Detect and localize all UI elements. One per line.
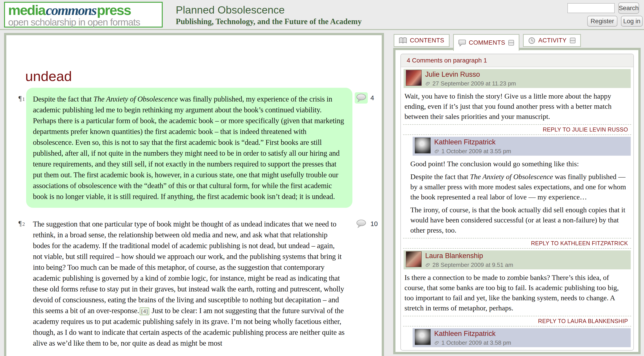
paragraph-1-comments-control[interactable]: 4	[355, 92, 374, 104]
comment-header: Laura Blankenship 28 September 2009 at 9…	[404, 250, 631, 269]
book-subtitle: Publishing, Technology, and the Future o…	[176, 17, 362, 26]
logo-wordmark: mediacommonspress	[8, 4, 159, 17]
comment-bubble-icon	[458, 39, 466, 47]
tab-label: COMMENTS	[469, 39, 506, 46]
link-icon	[434, 149, 440, 154]
avatar	[406, 70, 422, 86]
reply-link[interactable]: REPLY TO KATHLEEN FITZPATRICK	[531, 240, 628, 246]
paragraph-row-1: ¶1 Despite the fact that The Anxiety of …	[6, 88, 382, 208]
login-button[interactable]: Log in	[621, 16, 643, 27]
reply-link-row: REPLY TO LAURA BLANKENSHIP	[403, 316, 631, 326]
comment-header: Julie Levin Russo 27 September 2009 at 1…	[404, 69, 631, 88]
chapter-title: undead	[25, 68, 382, 84]
clock-icon	[528, 37, 536, 44]
paragraph-1-marker: ¶1	[18, 95, 25, 103]
link-icon	[434, 340, 440, 345]
comment-body: Wait, you have to finish the story! Give…	[401, 88, 634, 122]
comment-count[interactable]: 10	[370, 220, 378, 228]
comment: Laura Blankenship 28 September 2009 at 9…	[401, 250, 634, 326]
paragraph-row-2: ¶2 The suggestion that one particular ty…	[6, 213, 382, 348]
site-logo[interactable]: mediacommonspress open scholarship in op…	[4, 2, 163, 28]
comment-body: If only academic publishing really were …	[401, 347, 634, 350]
comment-author-link[interactable]: Julie Levin Russo	[425, 70, 516, 79]
search-input[interactable]	[568, 3, 615, 13]
comment-bubble-icon[interactable]	[355, 92, 368, 104]
paragraph-2-comments-control[interactable]: 10	[355, 218, 378, 229]
comment-body: Is there a connection to be made to zomb…	[401, 269, 634, 313]
comment-permalink[interactable]: 28 September 2009 at 9.51 am	[425, 261, 513, 268]
book-icon	[399, 37, 407, 44]
logo-word-press: press	[97, 2, 131, 18]
comment-permalink[interactable]: 1 October 2009 at 3.58 pm	[434, 339, 511, 346]
comment: Kathleen Fitzpatrick 1 October 2009 at 3…	[401, 328, 634, 350]
comment-body: Good point! The conclusion would go some…	[401, 156, 634, 235]
comment-permalink[interactable]: 27 September 2009 at 11.23 pm	[425, 80, 516, 87]
comments-count-header: 4 Comments on paragraph 1	[401, 54, 634, 67]
document-panel: undead ¶1 Despite the fact that The Anxi…	[4, 33, 384, 356]
avatar	[415, 138, 430, 153]
comments-panel: 4 Comments on paragraph 1 Julie Levin Ru…	[393, 48, 640, 354]
panel-toggle-icon[interactable]	[570, 38, 576, 44]
comment: Kathleen Fitzpatrick 1 October 2009 at 3…	[401, 137, 634, 249]
search-button[interactable]: Search	[618, 3, 639, 14]
site-header: mediacommonspress open scholarship in op…	[0, 0, 644, 30]
tab-label: CONTENTS	[410, 37, 444, 44]
avatar	[406, 251, 422, 267]
book-paragraph-2[interactable]: The suggestion that one particular type …	[26, 213, 352, 348]
book-paragraph-1[interactable]: Despite the fact that The Anxiety of Obs…	[26, 88, 352, 208]
reply-link[interactable]: REPLY TO JULIE LEVIN RUSSO	[543, 126, 628, 133]
register-button[interactable]: Register	[587, 16, 618, 27]
tab-activity[interactable]: ACTIVITY	[523, 34, 581, 47]
tab-comments[interactable]: COMMENTS	[453, 34, 520, 51]
page: mediacommonspress open scholarship in op…	[0, 0, 644, 356]
comment-bubble-icon[interactable]	[355, 218, 368, 229]
panel-toggle-icon[interactable]	[508, 40, 514, 46]
reply-link-row: REPLY TO KATHLEEN FITZPATRICK	[403, 238, 631, 249]
link-icon	[425, 81, 430, 86]
comment: Julie Levin Russo 27 September 2009 at 1…	[401, 69, 634, 135]
reply-link[interactable]: REPLY TO LAURA BLANKENSHIP	[538, 318, 628, 324]
tab-label: ACTIVITY	[538, 37, 567, 44]
comment-author-link[interactable]: Kathleen Fitzpatrick	[434, 138, 511, 146]
comment-header: Kathleen Fitzpatrick 1 October 2009 at 3…	[412, 137, 631, 156]
book-title: Planned Obsolescence	[176, 4, 284, 16]
footnote-ref[interactable]: [4]	[140, 307, 149, 315]
link-icon	[425, 262, 430, 268]
comment-author-link[interactable]: Kathleen Fitzpatrick	[434, 330, 511, 338]
logo-word-commons: commons	[45, 3, 97, 18]
logo-tagline: open scholarship in open formats	[8, 17, 159, 27]
paragraph-2-marker: ¶2	[18, 220, 25, 228]
comment-count[interactable]: 4	[370, 94, 374, 102]
comment-permalink[interactable]: 1 October 2009 at 3.55 pm	[434, 148, 511, 155]
logo-word-media: media	[8, 2, 45, 18]
comments-box: 4 Comments on paragraph 1 Julie Levin Ru…	[400, 54, 634, 350]
tab-contents[interactable]: CONTENTS	[394, 34, 450, 47]
comment-header: Kathleen Fitzpatrick 1 October 2009 at 3…	[412, 328, 631, 347]
sidebar-tabs: CONTENTS COMMENTS ACTIVITY	[394, 34, 581, 51]
comment-author-link[interactable]: Laura Blankenship	[425, 252, 513, 260]
reply-link-row: REPLY TO JULIE LEVIN RUSSO	[403, 124, 631, 135]
avatar	[415, 329, 430, 345]
